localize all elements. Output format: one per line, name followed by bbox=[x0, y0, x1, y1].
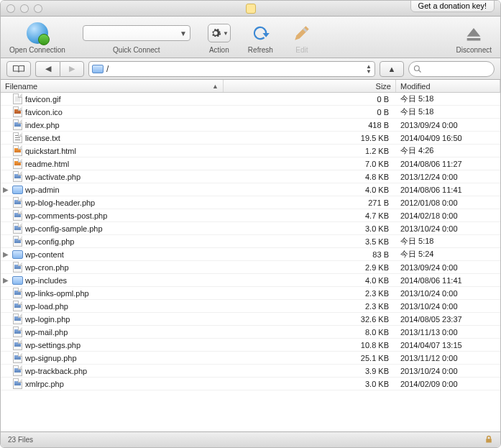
file-modified: 今日 5:18 bbox=[396, 93, 500, 104]
zoom-window-button[interactable] bbox=[34, 4, 42, 13]
path-text: / bbox=[106, 64, 363, 74]
disclosure-triangle[interactable]: ▶ bbox=[1, 186, 11, 193]
file-row[interactable]: wp-signup.php25.1 KB2013/11/12 0:00 bbox=[1, 352, 500, 365]
main-toolbar: Open Connection ▼ Quick Connect ▼ Action… bbox=[1, 17, 500, 58]
file-icon bbox=[11, 132, 24, 143]
file-row[interactable]: wp-settings.php10.8 KB2014/04/07 13:15 bbox=[1, 339, 500, 352]
bookmarks-button[interactable] bbox=[6, 61, 31, 77]
file-icon bbox=[11, 119, 24, 130]
file-name: xmlrpc.php bbox=[24, 380, 224, 388]
file-name: wp-admin bbox=[24, 186, 224, 194]
file-icon bbox=[11, 197, 24, 208]
file-name: wp-cron.php bbox=[24, 263, 224, 272]
donation-button[interactable]: Get a donation key! bbox=[410, 0, 495, 12]
file-size: 4.8 KB bbox=[224, 173, 396, 181]
path-toolbar: ◀ ▶ / ▲▼ ▲ bbox=[1, 58, 500, 80]
search-field[interactable] bbox=[408, 61, 495, 77]
file-size: 10.8 KB bbox=[224, 341, 396, 349]
file-size: 4.7 KB bbox=[224, 211, 396, 220]
file-size: 0 B bbox=[224, 108, 396, 116]
svg-point-0 bbox=[415, 65, 420, 70]
file-icon bbox=[11, 223, 24, 234]
file-icon bbox=[11, 339, 24, 350]
file-row[interactable]: wp-links-opml.php2.3 KB2013/10/24 0:00 bbox=[1, 287, 500, 300]
file-icon bbox=[11, 158, 24, 169]
file-row[interactable]: favicon.gif0 B今日 5:18 bbox=[1, 93, 500, 106]
folder-icon bbox=[11, 186, 24, 194]
file-list[interactable]: favicon.gif0 B今日 5:18favicon.ico0 B今日 5:… bbox=[1, 93, 500, 431]
file-row[interactable]: ▶wp-content83 B今日 5:24 bbox=[1, 248, 500, 261]
file-row[interactable]: wp-blog-header.php271 B2012/01/08 0:00 bbox=[1, 196, 500, 209]
file-row[interactable]: license.txt19.5 KB2014/04/09 16:50 bbox=[1, 132, 500, 145]
header-modified[interactable]: Modified bbox=[396, 80, 500, 92]
gear-dropdown-icon: ▼ bbox=[208, 24, 231, 42]
file-size: 2.3 KB bbox=[224, 289, 396, 298]
file-row[interactable]: ▶wp-includes4.0 KB2014/08/06 11:41 bbox=[1, 274, 500, 287]
disclosure-triangle[interactable]: ▶ bbox=[1, 276, 11, 284]
nav-back-button[interactable]: ◀ bbox=[35, 61, 60, 77]
path-field[interactable]: / ▲▼ bbox=[88, 61, 375, 77]
arrow-up-icon: ▲ bbox=[388, 65, 396, 73]
header-filename[interactable]: Filename ▲ bbox=[1, 80, 224, 92]
quick-connect-field[interactable]: ▼ bbox=[83, 25, 190, 41]
disconnect-button[interactable]: Disconnect bbox=[456, 22, 492, 54]
file-row[interactable]: favicon.ico0 B今日 5:18 bbox=[1, 106, 500, 119]
minimize-window-button[interactable] bbox=[20, 4, 29, 13]
file-row[interactable]: wp-config.php3.5 KB今日 5:18 bbox=[1, 235, 500, 248]
file-row[interactable]: wp-mail.php8.0 KB2013/11/13 0:00 bbox=[1, 326, 500, 339]
file-size: 3.5 KB bbox=[224, 237, 396, 246]
disclosure-triangle[interactable]: ▶ bbox=[1, 250, 11, 258]
file-name: favicon.gif bbox=[24, 95, 224, 104]
header-size[interactable]: Size bbox=[224, 80, 396, 92]
file-icon bbox=[11, 171, 24, 182]
file-row[interactable]: wp-login.php32.6 KB2014/08/05 23:37 bbox=[1, 313, 500, 326]
file-row[interactable]: wp-activate.php4.8 KB2013/12/24 0:00 bbox=[1, 170, 500, 183]
file-row[interactable]: readme.html7.0 KB2014/08/06 11:27 bbox=[1, 157, 500, 170]
sort-asc-icon: ▲ bbox=[212, 83, 219, 90]
file-modified: 2013/09/24 0:00 bbox=[396, 263, 500, 272]
file-row[interactable]: quickstart.html1.2 KB今日 4:26 bbox=[1, 145, 500, 157]
header-modified-label: Modified bbox=[400, 82, 431, 91]
file-size: 271 B bbox=[224, 198, 396, 207]
go-up-button[interactable]: ▲ bbox=[380, 61, 404, 77]
close-window-button[interactable] bbox=[6, 4, 15, 13]
folder-icon bbox=[11, 250, 24, 259]
book-icon bbox=[12, 65, 25, 73]
file-modified: 2013/11/12 0:00 bbox=[396, 354, 500, 362]
refresh-label: Refresh bbox=[248, 46, 273, 54]
arrow-left-icon: ◀ bbox=[45, 64, 51, 73]
file-row[interactable]: wp-load.php2.3 KB2013/10/24 0:00 bbox=[1, 300, 500, 313]
refresh-button[interactable]: Refresh bbox=[248, 22, 273, 54]
file-icon bbox=[11, 262, 24, 273]
open-connection-button[interactable]: Open Connection bbox=[9, 22, 65, 54]
edit-label: Edit bbox=[295, 46, 308, 54]
file-size: 25.1 KB bbox=[224, 354, 396, 362]
file-icon bbox=[11, 288, 24, 298]
file-row[interactable]: index.php418 B2013/09/24 0:00 bbox=[1, 119, 500, 132]
dropdown-arrow-icon: ▼ bbox=[180, 29, 187, 37]
file-row[interactable]: wp-trackback.php3.9 KB2013/10/24 0:00 bbox=[1, 365, 500, 378]
file-row[interactable]: wp-cron.php2.9 KB2013/09/24 0:00 bbox=[1, 261, 500, 274]
file-modified: 今日 4:26 bbox=[396, 145, 500, 156]
eject-icon bbox=[462, 22, 485, 45]
file-row[interactable]: ▶wp-admin4.0 KB2014/08/06 11:41 bbox=[1, 183, 500, 196]
file-icon bbox=[11, 106, 24, 117]
file-modified: 2014/04/09 16:50 bbox=[396, 134, 500, 142]
file-size: 4.0 KB bbox=[224, 186, 396, 194]
file-size: 0 B bbox=[224, 95, 396, 104]
file-modified: 2014/08/06 11:41 bbox=[396, 276, 500, 285]
lock-icon bbox=[484, 435, 493, 445]
file-row[interactable]: wp-config-sample.php3.0 KB2013/10/24 0:0… bbox=[1, 222, 500, 235]
action-button[interactable]: ▼ Action bbox=[208, 22, 231, 54]
file-icon bbox=[11, 314, 24, 324]
file-modified: 2013/09/24 0:00 bbox=[396, 121, 500, 129]
edit-button: Edit bbox=[290, 22, 313, 54]
nav-forward-button[interactable]: ▶ bbox=[60, 61, 84, 77]
file-modified: 2013/10/24 0:00 bbox=[396, 367, 500, 375]
file-row[interactable]: wp-comments-post.php4.7 KB2014/02/18 0:0… bbox=[1, 209, 500, 222]
file-size: 3.0 KB bbox=[224, 380, 396, 388]
file-name: wp-load.php bbox=[24, 302, 224, 311]
file-modified: 2013/10/24 0:00 bbox=[396, 302, 500, 311]
file-row[interactable]: xmlrpc.php3.0 KB2014/02/09 0:00 bbox=[1, 378, 500, 390]
file-size: 4.0 KB bbox=[224, 276, 396, 285]
